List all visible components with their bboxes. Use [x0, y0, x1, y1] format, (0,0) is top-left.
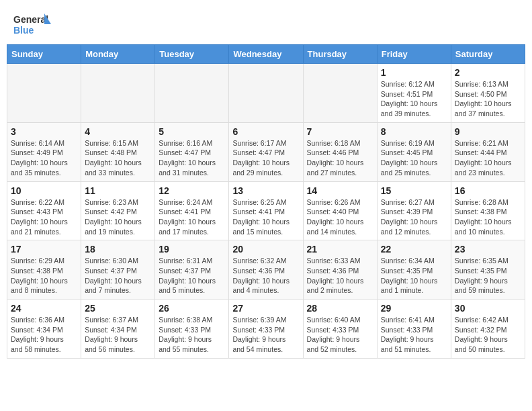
- calendar-wrapper: SundayMondayTuesdayWednesdayThursdayFrid…: [0, 44, 532, 365]
- calendar-cell: 30Sunrise: 6:42 AM Sunset: 4:32 PM Dayli…: [451, 300, 525, 359]
- calendar-cell: 22Sunrise: 6:34 AM Sunset: 4:35 PM Dayli…: [377, 240, 451, 300]
- calendar-cell: 23Sunrise: 6:35 AM Sunset: 4:35 PM Dayli…: [451, 240, 525, 300]
- weekday-header: Thursday: [303, 45, 377, 64]
- day-info: Sunrise: 6:25 AM Sunset: 4:41 PM Dayligh…: [232, 197, 299, 237]
- day-info: Sunrise: 6:35 AM Sunset: 4:35 PM Dayligh…: [455, 256, 521, 295]
- day-number: 3: [11, 126, 77, 137]
- calendar-cell: 1Sunrise: 6:12 AM Sunset: 4:51 PM Daylig…: [377, 64, 451, 123]
- day-info: Sunrise: 6:30 AM Sunset: 4:37 PM Dayligh…: [85, 256, 151, 295]
- day-info: Sunrise: 6:26 AM Sunset: 4:40 PM Dayligh…: [307, 197, 373, 237]
- calendar-week-row: 24Sunrise: 6:36 AM Sunset: 4:34 PM Dayli…: [7, 300, 525, 359]
- calendar-cell: 3Sunrise: 6:14 AM Sunset: 4:49 PM Daylig…: [7, 122, 81, 181]
- calendar-cell: 11Sunrise: 6:23 AM Sunset: 4:42 PM Dayli…: [81, 181, 155, 240]
- calendar-header: SundayMondayTuesdayWednesdayThursdayFrid…: [7, 45, 525, 64]
- weekday-header: Friday: [377, 45, 451, 64]
- day-info: Sunrise: 6:16 AM Sunset: 4:47 PM Dayligh…: [159, 138, 225, 178]
- weekday-header: Sunday: [7, 45, 81, 64]
- calendar-week-row: 3Sunrise: 6:14 AM Sunset: 4:49 PM Daylig…: [7, 122, 525, 181]
- day-info: Sunrise: 6:40 AM Sunset: 4:33 PM Dayligh…: [307, 315, 373, 355]
- day-number: 25: [85, 303, 151, 314]
- day-number: 29: [381, 303, 447, 314]
- day-info: Sunrise: 6:18 AM Sunset: 4:46 PM Dayligh…: [307, 138, 373, 178]
- day-number: 28: [307, 303, 373, 314]
- calendar-cell: 8Sunrise: 6:19 AM Sunset: 4:45 PM Daylig…: [377, 122, 451, 181]
- calendar-cell: [81, 64, 155, 123]
- day-number: 14: [307, 185, 373, 196]
- day-number: 12: [159, 185, 225, 196]
- day-number: 11: [85, 185, 151, 196]
- day-info: Sunrise: 6:24 AM Sunset: 4:41 PM Dayligh…: [159, 197, 225, 237]
- day-number: 7: [307, 126, 373, 137]
- day-number: 21: [307, 244, 373, 255]
- weekday-header: Wednesday: [229, 45, 303, 64]
- calendar-week-row: 10Sunrise: 6:22 AM Sunset: 4:43 PM Dayli…: [7, 181, 525, 240]
- calendar-cell: 18Sunrise: 6:30 AM Sunset: 4:37 PM Dayli…: [81, 240, 155, 300]
- day-number: 15: [381, 185, 447, 196]
- day-info: Sunrise: 6:21 AM Sunset: 4:44 PM Dayligh…: [455, 138, 521, 178]
- calendar-week-row: 1Sunrise: 6:12 AM Sunset: 4:51 PM Daylig…: [7, 64, 525, 123]
- day-info: Sunrise: 6:17 AM Sunset: 4:47 PM Dayligh…: [232, 138, 299, 178]
- calendar-cell: 5Sunrise: 6:16 AM Sunset: 4:47 PM Daylig…: [155, 122, 229, 181]
- day-number: 22: [381, 244, 447, 255]
- day-number: 6: [232, 126, 299, 137]
- calendar-cell: 4Sunrise: 6:15 AM Sunset: 4:48 PM Daylig…: [81, 122, 155, 181]
- day-info: Sunrise: 6:32 AM Sunset: 4:36 PM Dayligh…: [232, 256, 299, 295]
- weekday-header: Saturday: [451, 45, 525, 64]
- day-number: 19: [159, 244, 225, 255]
- calendar-cell: [229, 64, 303, 123]
- day-number: 8: [381, 126, 447, 137]
- day-number: 23: [455, 244, 521, 255]
- day-number: 27: [232, 303, 299, 314]
- day-info: Sunrise: 6:34 AM Sunset: 4:35 PM Dayligh…: [381, 256, 447, 295]
- day-number: 26: [159, 303, 225, 314]
- day-info: Sunrise: 6:27 AM Sunset: 4:39 PM Dayligh…: [381, 197, 447, 237]
- day-number: 2: [455, 67, 521, 78]
- day-number: 18: [85, 244, 151, 255]
- day-info: Sunrise: 6:12 AM Sunset: 4:51 PM Dayligh…: [381, 79, 447, 119]
- calendar-cell: 7Sunrise: 6:18 AM Sunset: 4:46 PM Daylig…: [303, 122, 377, 181]
- page-header: GeneralBlue: [0, 0, 532, 44]
- calendar-cell: 24Sunrise: 6:36 AM Sunset: 4:34 PM Dayli…: [7, 300, 81, 359]
- calendar-table: SundayMondayTuesdayWednesdayThursdayFrid…: [7, 44, 525, 359]
- day-info: Sunrise: 6:28 AM Sunset: 4:38 PM Dayligh…: [455, 197, 521, 237]
- day-info: Sunrise: 6:38 AM Sunset: 4:33 PM Dayligh…: [159, 315, 225, 355]
- day-info: Sunrise: 6:23 AM Sunset: 4:42 PM Dayligh…: [85, 197, 151, 237]
- calendar-cell: 13Sunrise: 6:25 AM Sunset: 4:41 PM Dayli…: [229, 181, 303, 240]
- calendar-cell: [7, 64, 81, 123]
- weekday-header: Monday: [81, 45, 155, 64]
- day-info: Sunrise: 6:39 AM Sunset: 4:33 PM Dayligh…: [232, 315, 299, 355]
- day-number: 13: [232, 185, 299, 196]
- svg-text:General: General: [13, 14, 48, 25]
- day-number: 4: [85, 126, 151, 137]
- calendar-cell: 6Sunrise: 6:17 AM Sunset: 4:47 PM Daylig…: [229, 122, 303, 181]
- day-info: Sunrise: 6:42 AM Sunset: 4:32 PM Dayligh…: [455, 315, 521, 355]
- calendar-cell: 26Sunrise: 6:38 AM Sunset: 4:33 PM Dayli…: [155, 300, 229, 359]
- svg-text:Blue: Blue: [13, 25, 34, 36]
- calendar-cell: 15Sunrise: 6:27 AM Sunset: 4:39 PM Dayli…: [377, 181, 451, 240]
- logo: GeneralBlue: [13, 11, 54, 39]
- day-info: Sunrise: 6:14 AM Sunset: 4:49 PM Dayligh…: [11, 138, 77, 178]
- day-number: 16: [455, 185, 521, 196]
- header-row: SundayMondayTuesdayWednesdayThursdayFrid…: [7, 45, 525, 64]
- day-info: Sunrise: 6:37 AM Sunset: 4:34 PM Dayligh…: [85, 315, 151, 355]
- calendar-cell: 16Sunrise: 6:28 AM Sunset: 4:38 PM Dayli…: [451, 181, 525, 240]
- weekday-header: Tuesday: [155, 45, 229, 64]
- day-number: 1: [381, 67, 447, 78]
- day-number: 17: [11, 244, 77, 255]
- day-info: Sunrise: 6:41 AM Sunset: 4:33 PM Dayligh…: [381, 315, 447, 355]
- day-info: Sunrise: 6:15 AM Sunset: 4:48 PM Dayligh…: [85, 138, 151, 178]
- calendar-cell: 21Sunrise: 6:33 AM Sunset: 4:36 PM Dayli…: [303, 240, 377, 300]
- day-info: Sunrise: 6:19 AM Sunset: 4:45 PM Dayligh…: [381, 138, 447, 178]
- logo-svg: GeneralBlue: [13, 11, 54, 39]
- calendar-cell: 2Sunrise: 6:13 AM Sunset: 4:50 PM Daylig…: [451, 64, 525, 123]
- day-number: 24: [11, 303, 77, 314]
- day-number: 30: [455, 303, 521, 314]
- calendar-cell: 27Sunrise: 6:39 AM Sunset: 4:33 PM Dayli…: [229, 300, 303, 359]
- calendar-body: 1Sunrise: 6:12 AM Sunset: 4:51 PM Daylig…: [7, 64, 525, 359]
- day-info: Sunrise: 6:29 AM Sunset: 4:38 PM Dayligh…: [11, 256, 77, 295]
- calendar-cell: [155, 64, 229, 123]
- calendar-cell: 25Sunrise: 6:37 AM Sunset: 4:34 PM Dayli…: [81, 300, 155, 359]
- calendar-cell: [303, 64, 377, 123]
- calendar-cell: 20Sunrise: 6:32 AM Sunset: 4:36 PM Dayli…: [229, 240, 303, 300]
- calendar-cell: 10Sunrise: 6:22 AM Sunset: 4:43 PM Dayli…: [7, 181, 81, 240]
